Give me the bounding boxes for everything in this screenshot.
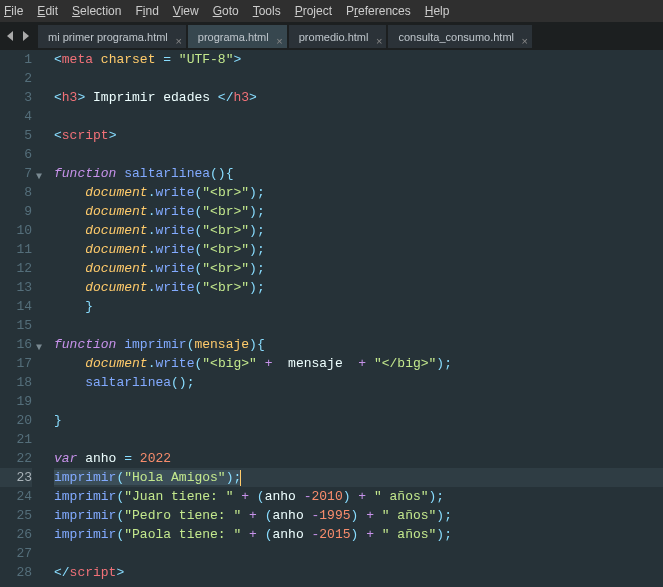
code-line[interactable]: document.write("<br>"); — [54, 240, 663, 259]
fold-icon[interactable]: ▼ — [36, 167, 42, 186]
code-line[interactable]: imprimir("Hola Amigos"); — [54, 468, 663, 487]
close-icon[interactable]: × — [276, 29, 282, 53]
code-line[interactable]: var anho = 2022 — [54, 449, 663, 468]
line-number[interactable]: 27 — [0, 544, 32, 563]
editor[interactable]: 1 2 3 4 5 6 7▼ 8 9 10 11 12 13 14 15 16▼… — [0, 50, 663, 587]
code-line[interactable]: document.write("<br>"); — [54, 183, 663, 202]
code-line[interactable]: imprimir("Juan tiene: " + (anho -2010) +… — [54, 487, 663, 506]
menu-preferences[interactable]: Preferences — [346, 4, 411, 18]
tab-bar: mi primer programa.html × programa.html … — [0, 22, 663, 50]
menu-tools[interactable]: Tools — [253, 4, 281, 18]
code-line[interactable]: imprimir("Paola tiene: " + (anho -2015) … — [54, 525, 663, 544]
line-number[interactable]: 18 — [0, 373, 32, 392]
line-number[interactable]: 22 — [0, 449, 32, 468]
code-line[interactable]: document.write("<br>"); — [54, 259, 663, 278]
fold-icon[interactable]: ▼ — [36, 338, 42, 357]
line-number[interactable]: 4 — [0, 107, 32, 126]
line-number[interactable]: 12 — [0, 259, 32, 278]
line-number[interactable]: 13 — [0, 278, 32, 297]
line-number[interactable]: 28 — [0, 563, 32, 582]
line-number[interactable]: 2 — [0, 69, 32, 88]
code-line[interactable]: <meta charset = "UTF-8"> — [54, 50, 663, 69]
close-icon[interactable]: × — [175, 29, 181, 53]
code-line[interactable]: saltarlinea(); — [54, 373, 663, 392]
code-line[interactable]: function imprimir(mensaje){ — [54, 335, 663, 354]
code-line[interactable]: document.write("<br>"); — [54, 202, 663, 221]
code-line[interactable] — [54, 430, 663, 449]
line-number[interactable]: 14 — [0, 297, 32, 316]
forward-icon[interactable] — [20, 31, 30, 41]
code-line[interactable]: <h3> Imprimir edades </h3> — [54, 88, 663, 107]
tab-file-0[interactable]: mi primer programa.html × — [38, 24, 186, 48]
tab-file-1[interactable]: programa.html × — [188, 24, 287, 48]
line-number[interactable]: 16▼ — [0, 335, 32, 354]
svg-marker-1 — [23, 31, 29, 41]
line-number[interactable]: 11 — [0, 240, 32, 259]
menu-project[interactable]: Project — [295, 4, 332, 18]
tab-label: promedio.html — [299, 31, 369, 43]
menu-view[interactable]: View — [173, 4, 199, 18]
code-line[interactable]: </script> — [54, 563, 663, 582]
cursor — [240, 470, 241, 486]
code-line[interactable] — [54, 107, 663, 126]
back-icon[interactable] — [6, 31, 16, 41]
code-line[interactable] — [54, 392, 663, 411]
svg-marker-0 — [7, 31, 13, 41]
line-number[interactable]: 24 — [0, 487, 32, 506]
menu-bar: File Edit Selection Find View Goto Tools… — [0, 0, 663, 22]
code-line[interactable]: <script> — [54, 126, 663, 145]
code-line[interactable] — [54, 544, 663, 563]
menu-goto[interactable]: Goto — [213, 4, 239, 18]
menu-help[interactable]: Help — [425, 4, 450, 18]
line-number[interactable]: 15 — [0, 316, 32, 335]
line-number[interactable]: 7▼ — [0, 164, 32, 183]
nav-history[interactable] — [4, 31, 32, 41]
line-number[interactable]: 6 — [0, 145, 32, 164]
code-area[interactable]: <meta charset = "UTF-8"> <h3> Imprimir e… — [42, 50, 663, 587]
tab-label: consulta_consumo.html — [398, 31, 514, 43]
menu-edit[interactable]: Edit — [37, 4, 58, 18]
line-number[interactable]: 21 — [0, 430, 32, 449]
tab-file-3[interactable]: consulta_consumo.html × — [388, 24, 532, 48]
line-number[interactable]: 26 — [0, 525, 32, 544]
tab-label: programa.html — [198, 31, 269, 43]
code-line[interactable] — [54, 145, 663, 164]
line-number[interactable]: 17 — [0, 354, 32, 373]
line-number[interactable]: 23 — [0, 468, 32, 487]
code-line[interactable]: function saltarlinea(){ — [54, 164, 663, 183]
gutter: 1 2 3 4 5 6 7▼ 8 9 10 11 12 13 14 15 16▼… — [0, 50, 42, 587]
code-line[interactable]: imprimir("Pedro tiene: " + (anho -1995) … — [54, 506, 663, 525]
line-number[interactable]: 19 — [0, 392, 32, 411]
line-number[interactable]: 10 — [0, 221, 32, 240]
close-icon[interactable]: × — [376, 29, 382, 53]
code-line[interactable] — [54, 316, 663, 335]
line-number[interactable]: 5 — [0, 126, 32, 145]
code-line[interactable]: document.write("<br>"); — [54, 221, 663, 240]
menu-find[interactable]: Find — [135, 4, 158, 18]
line-number[interactable]: 9 — [0, 202, 32, 221]
menu-selection[interactable]: Selection — [72, 4, 121, 18]
code-line[interactable]: document.write("<big>" + mensaje + "</bi… — [54, 354, 663, 373]
menu-file[interactable]: File — [4, 4, 23, 18]
code-line[interactable] — [54, 69, 663, 88]
line-number[interactable]: 1 — [0, 50, 32, 69]
close-icon[interactable]: × — [522, 29, 528, 53]
code-line[interactable]: } — [54, 297, 663, 316]
line-number[interactable]: 8 — [0, 183, 32, 202]
line-number[interactable]: 25 — [0, 506, 32, 525]
code-line[interactable]: } — [54, 411, 663, 430]
tab-label: mi primer programa.html — [48, 31, 168, 43]
tab-file-2[interactable]: promedio.html × — [289, 24, 387, 48]
line-number[interactable]: 3 — [0, 88, 32, 107]
line-number[interactable]: 20 — [0, 411, 32, 430]
code-line[interactable]: document.write("<br>"); — [54, 278, 663, 297]
